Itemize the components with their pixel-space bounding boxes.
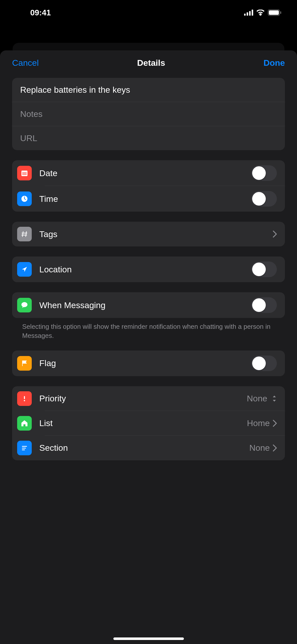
svg-rect-8: [22, 172, 27, 173]
svg-rect-9: [22, 173, 27, 174]
svg-rect-16: [22, 448, 26, 448]
home-icon: [17, 416, 32, 431]
tags-section: Tags: [12, 222, 285, 246]
datetime-section: Date Time: [12, 160, 285, 212]
tags-label: Tags: [39, 229, 273, 239]
section-row[interactable]: Section None: [12, 436, 285, 460]
url-row: [12, 126, 285, 150]
svg-point-14: [24, 400, 25, 401]
battery-icon: [268, 9, 282, 16]
messaging-row[interactable]: When Messaging: [12, 292, 285, 318]
location-section: Location: [12, 256, 285, 282]
svg-point-12: [21, 302, 27, 307]
text-fields-section: [12, 78, 285, 150]
modal-title: Details: [137, 58, 165, 68]
svg-rect-17: [22, 449, 25, 450]
details-modal: Cancel Details Done Date: [0, 50, 297, 644]
modal-content: Date Time Tags: [0, 78, 297, 460]
time-label: Time: [39, 194, 251, 204]
cancel-button[interactable]: Cancel: [12, 58, 39, 68]
modal-header: Cancel Details Done: [0, 50, 297, 78]
exclamation-icon: [17, 391, 32, 406]
svg-rect-13: [24, 396, 25, 399]
location-arrow-icon: [17, 262, 32, 277]
svg-rect-3: [252, 10, 253, 16]
url-input[interactable]: [20, 133, 277, 143]
home-indicator[interactable]: [113, 637, 184, 640]
svg-rect-15: [22, 446, 27, 447]
time-toggle[interactable]: [251, 191, 277, 207]
svg-rect-10: [22, 174, 27, 175]
up-down-icon: [272, 395, 277, 402]
section-label: Section: [39, 443, 249, 453]
messaging-label: When Messaging: [39, 300, 251, 310]
date-label: Date: [39, 168, 251, 178]
messaging-section: When Messaging: [12, 292, 285, 318]
location-toggle[interactable]: [251, 262, 277, 277]
svg-rect-2: [249, 11, 251, 16]
svg-rect-1: [247, 12, 248, 16]
priority-value: None: [247, 394, 267, 403]
done-button[interactable]: Done: [263, 58, 285, 68]
date-toggle[interactable]: [251, 165, 277, 181]
notes-row: [12, 102, 285, 126]
priority-row[interactable]: Priority None: [12, 386, 285, 411]
wifi-icon: [256, 10, 265, 16]
chevron-right-icon: [273, 420, 277, 427]
date-row[interactable]: Date: [12, 160, 285, 186]
flag-row[interactable]: Flag: [12, 350, 285, 376]
flag-toggle[interactable]: [251, 356, 277, 371]
message-icon: [17, 298, 32, 312]
svg-rect-0: [244, 14, 246, 16]
flag-icon: [17, 356, 32, 371]
list-label: List: [39, 418, 247, 428]
title-row: [12, 78, 285, 102]
flag-label: Flag: [39, 358, 251, 368]
list-value: Home: [247, 418, 270, 428]
chevron-right-icon: [273, 444, 277, 452]
hash-icon: [17, 227, 32, 241]
section-value: None: [249, 443, 270, 453]
calendar-icon: [17, 166, 32, 180]
list-icon: [17, 441, 32, 455]
tags-row[interactable]: Tags: [12, 222, 285, 246]
title-input[interactable]: [20, 85, 277, 95]
status-bar: 09:41: [0, 0, 297, 25]
messaging-toggle[interactable]: [251, 297, 277, 313]
chevron-right-icon: [273, 231, 277, 238]
cellular-icon: [244, 10, 253, 16]
location-label: Location: [39, 265, 251, 274]
flag-section: Flag: [12, 350, 285, 376]
meta-section: Priority None List Home Section None: [12, 386, 285, 460]
clock-icon: [17, 191, 32, 206]
messaging-footer: Selecting this option will show the remi…: [12, 318, 285, 350]
notes-input[interactable]: [20, 109, 277, 119]
svg-rect-6: [280, 11, 281, 14]
status-icons: [244, 9, 282, 16]
time-row[interactable]: Time: [12, 186, 285, 212]
priority-label: Priority: [39, 394, 247, 403]
location-row[interactable]: Location: [12, 256, 285, 282]
svg-rect-5: [269, 10, 279, 15]
status-time: 09:41: [30, 8, 51, 17]
list-row[interactable]: List Home: [12, 411, 285, 436]
